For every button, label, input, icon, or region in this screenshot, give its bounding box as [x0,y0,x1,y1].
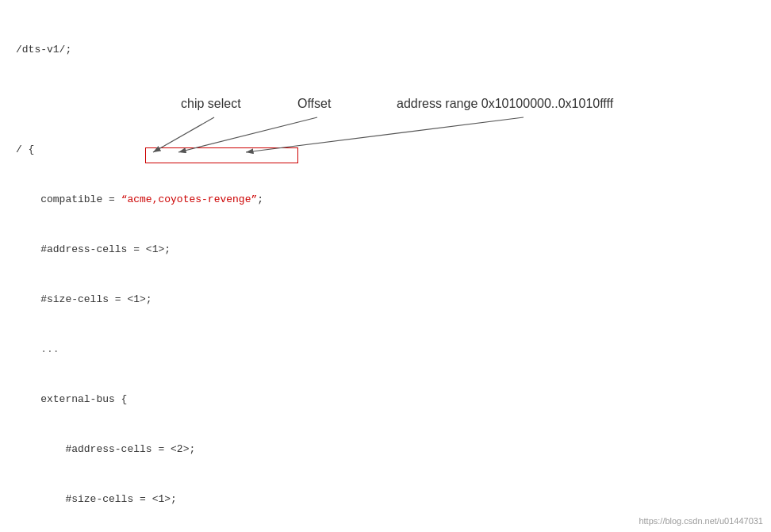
code-line: / { [16,141,755,158]
code-line: #address-cells = <1>; [16,241,755,258]
code-line: #size-cells = <1>; [16,491,755,507]
main-container: /dts-v1/; / { compatible = “acme,coyotes… [0,0,771,532]
watermark: https://blog.csdn.net/u01447031 [639,516,763,526]
code-line [16,91,755,108]
code-line: ... [16,341,755,358]
code-line: external-bus { [16,391,755,408]
code-line: #size-cells = <1>; [16,291,755,308]
code-line: /dts-v1/; [16,41,755,58]
code-block: /dts-v1/; / { compatible = “acme,coyotes… [16,8,755,532]
code-line: #address-cells = <2>; [16,441,755,457]
code-line: compatible = “acme,coyotes-revenge”; [16,191,755,208]
